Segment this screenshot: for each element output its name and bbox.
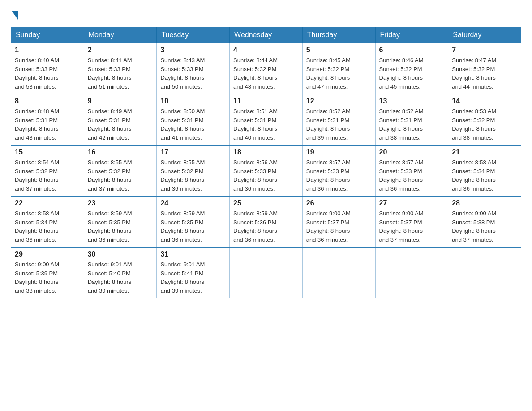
day-number: 11 xyxy=(233,97,299,105)
calendar-cell: 29 Sunrise: 9:00 AM Sunset: 5:39 PM Dayl… xyxy=(11,247,84,298)
day-info: Sunrise: 8:54 AM Sunset: 5:32 PM Dayligh… xyxy=(15,159,59,192)
calendar-cell: 25 Sunrise: 8:59 AM Sunset: 5:36 PM Dayl… xyxy=(230,196,303,247)
day-info: Sunrise: 8:44 AM Sunset: 5:32 PM Dayligh… xyxy=(233,57,278,90)
day-number: 14 xyxy=(452,97,517,105)
calendar-header-row: SundayMondayTuesdayWednesdayThursdayFrid… xyxy=(11,27,521,43)
day-info: Sunrise: 8:59 AM Sunset: 5:35 PM Dayligh… xyxy=(160,210,205,243)
calendar-cell: 21 Sunrise: 8:58 AM Sunset: 5:34 PM Dayl… xyxy=(448,145,521,196)
day-number: 15 xyxy=(15,148,80,156)
calendar-week-row: 15 Sunrise: 8:54 AM Sunset: 5:32 PM Dayl… xyxy=(11,145,521,196)
day-info: Sunrise: 8:52 AM Sunset: 5:31 PM Dayligh… xyxy=(306,108,351,141)
day-info: Sunrise: 9:01 AM Sunset: 5:40 PM Dayligh… xyxy=(88,261,132,294)
day-number: 30 xyxy=(88,250,153,258)
calendar-cell: 24 Sunrise: 8:59 AM Sunset: 5:35 PM Dayl… xyxy=(157,196,230,247)
weekday-header-thursday: Thursday xyxy=(302,27,375,43)
day-info: Sunrise: 8:53 AM Sunset: 5:32 PM Dayligh… xyxy=(452,108,496,141)
day-number: 2 xyxy=(88,46,153,54)
calendar-cell: 20 Sunrise: 8:57 AM Sunset: 5:33 PM Dayl… xyxy=(375,145,448,196)
day-number: 12 xyxy=(306,97,372,105)
calendar-cell: 22 Sunrise: 8:58 AM Sunset: 5:34 PM Dayl… xyxy=(11,196,84,247)
calendar-cell: 16 Sunrise: 8:55 AM Sunset: 5:32 PM Dayl… xyxy=(84,145,157,196)
day-info: Sunrise: 8:59 AM Sunset: 5:35 PM Dayligh… xyxy=(88,210,132,243)
day-info: Sunrise: 8:40 AM Sunset: 5:33 PM Dayligh… xyxy=(15,57,59,90)
day-info: Sunrise: 8:58 AM Sunset: 5:34 PM Dayligh… xyxy=(15,210,59,243)
day-info: Sunrise: 8:58 AM Sunset: 5:34 PM Dayligh… xyxy=(452,159,496,192)
day-info: Sunrise: 9:01 AM Sunset: 5:41 PM Dayligh… xyxy=(160,261,205,294)
day-info: Sunrise: 8:57 AM Sunset: 5:33 PM Dayligh… xyxy=(306,159,351,192)
calendar-body: 1 Sunrise: 8:40 AM Sunset: 5:33 PM Dayli… xyxy=(11,43,521,298)
day-number: 21 xyxy=(452,148,517,156)
calendar-cell: 4 Sunrise: 8:44 AM Sunset: 5:32 PM Dayli… xyxy=(230,43,303,94)
calendar-cell: 28 Sunrise: 9:00 AM Sunset: 5:38 PM Dayl… xyxy=(448,196,521,247)
calendar-cell: 2 Sunrise: 8:41 AM Sunset: 5:33 PM Dayli… xyxy=(84,43,157,94)
day-number: 27 xyxy=(379,199,445,207)
day-number: 10 xyxy=(160,97,226,105)
logo-arrow-icon xyxy=(12,11,18,20)
day-info: Sunrise: 8:45 AM Sunset: 5:32 PM Dayligh… xyxy=(306,57,351,90)
day-number: 29 xyxy=(15,250,80,258)
page-header xyxy=(11,11,521,20)
day-number: 8 xyxy=(15,97,80,105)
calendar-week-row: 1 Sunrise: 8:40 AM Sunset: 5:33 PM Dayli… xyxy=(11,43,521,94)
day-info: Sunrise: 8:47 AM Sunset: 5:32 PM Dayligh… xyxy=(452,57,496,90)
day-number: 23 xyxy=(88,199,153,207)
calendar-cell: 18 Sunrise: 8:56 AM Sunset: 5:33 PM Dayl… xyxy=(230,145,303,196)
weekday-header-sunday: Sunday xyxy=(11,27,84,43)
day-number: 5 xyxy=(306,46,372,54)
calendar-cell: 14 Sunrise: 8:53 AM Sunset: 5:32 PM Dayl… xyxy=(448,94,521,145)
day-number: 24 xyxy=(160,199,226,207)
calendar-cell xyxy=(375,247,448,298)
day-number: 22 xyxy=(15,199,80,207)
day-number: 3 xyxy=(160,46,226,54)
calendar-cell: 6 Sunrise: 8:46 AM Sunset: 5:32 PM Dayli… xyxy=(375,43,448,94)
day-info: Sunrise: 9:00 AM Sunset: 5:37 PM Dayligh… xyxy=(379,210,424,243)
calendar-cell xyxy=(230,247,303,298)
day-info: Sunrise: 8:43 AM Sunset: 5:33 PM Dayligh… xyxy=(160,57,205,90)
day-number: 31 xyxy=(160,250,226,258)
day-number: 18 xyxy=(233,148,299,156)
weekday-header-wednesday: Wednesday xyxy=(230,27,303,43)
day-info: Sunrise: 8:50 AM Sunset: 5:31 PM Dayligh… xyxy=(160,108,205,141)
calendar-week-row: 8 Sunrise: 8:48 AM Sunset: 5:31 PM Dayli… xyxy=(11,94,521,145)
calendar-cell xyxy=(302,247,375,298)
day-number: 20 xyxy=(379,148,445,156)
day-number: 28 xyxy=(452,199,517,207)
day-info: Sunrise: 8:55 AM Sunset: 5:32 PM Dayligh… xyxy=(88,159,132,192)
day-info: Sunrise: 8:56 AM Sunset: 5:33 PM Dayligh… xyxy=(233,159,278,192)
calendar-cell: 11 Sunrise: 8:51 AM Sunset: 5:31 PM Dayl… xyxy=(230,94,303,145)
day-info: Sunrise: 9:00 AM Sunset: 5:37 PM Dayligh… xyxy=(306,210,351,243)
calendar-cell: 27 Sunrise: 9:00 AM Sunset: 5:37 PM Dayl… xyxy=(375,196,448,247)
day-number: 19 xyxy=(306,148,372,156)
calendar-cell: 15 Sunrise: 8:54 AM Sunset: 5:32 PM Dayl… xyxy=(11,145,84,196)
calendar-cell: 31 Sunrise: 9:01 AM Sunset: 5:41 PM Dayl… xyxy=(157,247,230,298)
calendar-cell: 13 Sunrise: 8:52 AM Sunset: 5:31 PM Dayl… xyxy=(375,94,448,145)
weekday-header-monday: Monday xyxy=(84,27,157,43)
calendar-cell: 8 Sunrise: 8:48 AM Sunset: 5:31 PM Dayli… xyxy=(11,94,84,145)
day-number: 9 xyxy=(88,97,153,105)
day-number: 25 xyxy=(233,199,299,207)
day-info: Sunrise: 9:00 AM Sunset: 5:38 PM Dayligh… xyxy=(452,210,496,243)
day-info: Sunrise: 8:55 AM Sunset: 5:32 PM Dayligh… xyxy=(160,159,205,192)
calendar-cell: 5 Sunrise: 8:45 AM Sunset: 5:32 PM Dayli… xyxy=(302,43,375,94)
day-number: 4 xyxy=(233,46,299,54)
day-number: 17 xyxy=(160,148,226,156)
calendar-week-row: 29 Sunrise: 9:00 AM Sunset: 5:39 PM Dayl… xyxy=(11,247,521,298)
calendar-cell: 26 Sunrise: 9:00 AM Sunset: 5:37 PM Dayl… xyxy=(302,196,375,247)
day-info: Sunrise: 8:48 AM Sunset: 5:31 PM Dayligh… xyxy=(15,108,59,141)
day-number: 16 xyxy=(88,148,153,156)
calendar-table: SundayMondayTuesdayWednesdayThursdayFrid… xyxy=(11,27,521,298)
calendar-cell: 1 Sunrise: 8:40 AM Sunset: 5:33 PM Dayli… xyxy=(11,43,84,94)
day-info: Sunrise: 8:52 AM Sunset: 5:31 PM Dayligh… xyxy=(379,108,424,141)
weekday-header-friday: Friday xyxy=(375,27,448,43)
day-info: Sunrise: 9:00 AM Sunset: 5:39 PM Dayligh… xyxy=(15,261,59,294)
day-info: Sunrise: 8:59 AM Sunset: 5:36 PM Dayligh… xyxy=(233,210,278,243)
calendar-cell: 23 Sunrise: 8:59 AM Sunset: 5:35 PM Dayl… xyxy=(84,196,157,247)
day-number: 1 xyxy=(15,46,80,54)
calendar-cell: 12 Sunrise: 8:52 AM Sunset: 5:31 PM Dayl… xyxy=(302,94,375,145)
weekday-header-tuesday: Tuesday xyxy=(157,27,230,43)
day-info: Sunrise: 8:41 AM Sunset: 5:33 PM Dayligh… xyxy=(88,57,132,90)
day-info: Sunrise: 8:51 AM Sunset: 5:31 PM Dayligh… xyxy=(233,108,278,141)
calendar-cell: 3 Sunrise: 8:43 AM Sunset: 5:33 PM Dayli… xyxy=(157,43,230,94)
calendar-cell: 30 Sunrise: 9:01 AM Sunset: 5:40 PM Dayl… xyxy=(84,247,157,298)
calendar-cell: 17 Sunrise: 8:55 AM Sunset: 5:32 PM Dayl… xyxy=(157,145,230,196)
